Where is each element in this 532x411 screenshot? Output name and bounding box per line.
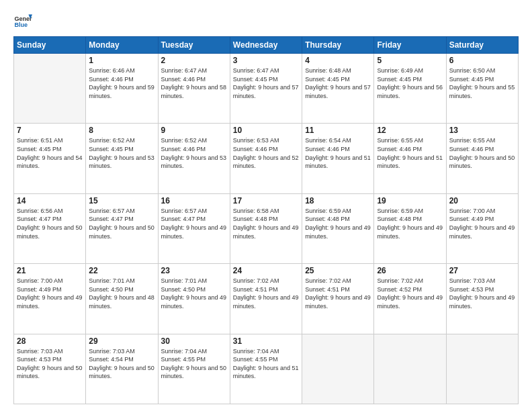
cell-info: Sunrise: 6:59 AM Sunset: 4:48 PM Dayligh… — [305, 207, 371, 240]
day-number: 8 — [89, 126, 154, 135]
day-number: 16 — [161, 196, 227, 205]
calendar-cell: 6 Sunrise: 6:50 AM Sunset: 4:45 PM Dayli… — [446, 54, 518, 124]
day-number: 31 — [233, 336, 299, 346]
day-number: 27 — [449, 266, 515, 275]
day-header-wednesday: Wednesday — [230, 37, 302, 54]
cell-info: Sunrise: 6:59 AM Sunset: 4:48 PM Dayligh… — [377, 207, 443, 240]
day-header-thursday: Thursday — [302, 37, 374, 54]
day-number: 23 — [161, 266, 227, 275]
calendar-cell: 20 Sunrise: 7:00 AM Sunset: 4:49 PM Dayl… — [446, 193, 518, 263]
calendar-cell — [302, 334, 374, 404]
cell-info: Sunrise: 6:52 AM Sunset: 4:46 PM Dayligh… — [161, 136, 227, 170]
day-number: 6 — [449, 56, 515, 65]
calendar-cell: 26 Sunrise: 7:02 AM Sunset: 4:52 PM Dayl… — [374, 264, 446, 334]
cell-info: Sunrise: 6:52 AM Sunset: 4:45 PM Dayligh… — [89, 136, 154, 170]
calendar-week-5: 28 Sunrise: 7:03 AM Sunset: 4:53 PM Dayl… — [14, 334, 519, 404]
day-number: 28 — [17, 336, 83, 346]
day-number: 4 — [305, 56, 371, 65]
calendar-cell: 19 Sunrise: 6:59 AM Sunset: 4:48 PM Dayl… — [374, 193, 446, 263]
calendar-cell: 30 Sunrise: 7:04 AM Sunset: 4:55 PM Dayl… — [158, 334, 230, 404]
calendar-cell: 24 Sunrise: 7:02 AM Sunset: 4:51 PM Dayl… — [230, 264, 302, 334]
day-number: 19 — [377, 196, 443, 205]
day-number: 18 — [305, 196, 371, 205]
cell-info: Sunrise: 7:02 AM Sunset: 4:51 PM Dayligh… — [305, 277, 371, 310]
calendar-cell — [446, 334, 518, 404]
cell-info: Sunrise: 6:55 AM Sunset: 4:46 PM Dayligh… — [377, 136, 443, 170]
calendar-cell: 16 Sunrise: 6:57 AM Sunset: 4:47 PM Dayl… — [158, 193, 230, 263]
calendar-cell: 12 Sunrise: 6:55 AM Sunset: 4:46 PM Dayl… — [374, 124, 446, 193]
calendar-cell — [374, 334, 446, 404]
calendar-cell: 4 Sunrise: 6:48 AM Sunset: 4:45 PM Dayli… — [302, 54, 374, 124]
day-number: 17 — [233, 196, 299, 205]
cell-info: Sunrise: 6:51 AM Sunset: 4:45 PM Dayligh… — [17, 136, 83, 170]
calendar-cell: 2 Sunrise: 6:47 AM Sunset: 4:46 PM Dayli… — [158, 54, 230, 124]
cell-info: Sunrise: 6:54 AM Sunset: 4:46 PM Dayligh… — [305, 136, 371, 170]
day-number: 10 — [233, 126, 299, 135]
generalblue-icon: General Blue — [13, 12, 32, 31]
svg-text:Blue: Blue — [14, 21, 28, 28]
cell-info: Sunrise: 6:48 AM Sunset: 4:45 PM Dayligh… — [305, 66, 371, 100]
cell-info: Sunrise: 7:01 AM Sunset: 4:50 PM Dayligh… — [161, 277, 227, 310]
page: General Blue SundayMondayTuesdayWednesda… — [0, 0, 532, 411]
calendar-cell: 11 Sunrise: 6:54 AM Sunset: 4:46 PM Dayl… — [302, 124, 374, 193]
calendar-table: SundayMondayTuesdayWednesdayThursdayFrid… — [13, 36, 519, 404]
cell-info: Sunrise: 7:03 AM Sunset: 4:53 PM Dayligh… — [17, 347, 83, 381]
calendar-week-3: 14 Sunrise: 6:56 AM Sunset: 4:47 PM Dayl… — [14, 193, 519, 263]
day-number: 2 — [161, 56, 227, 65]
day-number: 22 — [89, 266, 154, 275]
calendar-cell — [14, 54, 86, 124]
cell-info: Sunrise: 6:47 AM Sunset: 4:46 PM Dayligh… — [161, 66, 227, 100]
calendar-cell: 25 Sunrise: 7:02 AM Sunset: 4:51 PM Dayl… — [302, 264, 374, 334]
calendar-week-2: 7 Sunrise: 6:51 AM Sunset: 4:45 PM Dayli… — [14, 124, 519, 193]
cell-info: Sunrise: 6:49 AM Sunset: 4:45 PM Dayligh… — [377, 66, 443, 100]
calendar-week-1: 1 Sunrise: 6:46 AM Sunset: 4:46 PM Dayli… — [14, 54, 519, 124]
day-number: 26 — [377, 266, 443, 275]
cell-info: Sunrise: 7:01 AM Sunset: 4:50 PM Dayligh… — [89, 277, 154, 310]
day-number: 5 — [377, 56, 443, 65]
day-number: 25 — [305, 266, 371, 275]
day-number: 11 — [305, 126, 371, 135]
day-number: 12 — [377, 126, 443, 135]
cell-info: Sunrise: 7:04 AM Sunset: 4:55 PM Dayligh… — [233, 347, 299, 381]
calendar-cell: 17 Sunrise: 6:58 AM Sunset: 4:48 PM Dayl… — [230, 193, 302, 263]
calendar-cell: 28 Sunrise: 7:03 AM Sunset: 4:53 PM Dayl… — [14, 334, 86, 404]
day-number: 21 — [17, 266, 83, 275]
calendar-cell: 14 Sunrise: 6:56 AM Sunset: 4:47 PM Dayl… — [14, 193, 86, 263]
calendar-cell: 7 Sunrise: 6:51 AM Sunset: 4:45 PM Dayli… — [14, 124, 86, 193]
cell-info: Sunrise: 6:53 AM Sunset: 4:46 PM Dayligh… — [233, 136, 299, 170]
header: General Blue — [13, 12, 519, 31]
cell-info: Sunrise: 6:57 AM Sunset: 4:47 PM Dayligh… — [161, 207, 227, 240]
logo: General Blue — [13, 12, 32, 31]
calendar-cell: 3 Sunrise: 6:47 AM Sunset: 4:45 PM Dayli… — [230, 54, 302, 124]
calendar-cell: 9 Sunrise: 6:52 AM Sunset: 4:46 PM Dayli… — [158, 124, 230, 193]
day-number: 3 — [233, 56, 299, 65]
day-number: 24 — [233, 266, 299, 275]
day-number: 29 — [89, 336, 154, 346]
cell-info: Sunrise: 7:00 AM Sunset: 4:49 PM Dayligh… — [17, 277, 83, 310]
calendar-cell: 31 Sunrise: 7:04 AM Sunset: 4:55 PM Dayl… — [230, 334, 302, 404]
day-number: 30 — [161, 336, 227, 346]
day-number: 13 — [449, 126, 515, 135]
cell-info: Sunrise: 6:50 AM Sunset: 4:45 PM Dayligh… — [449, 66, 515, 100]
calendar-cell: 21 Sunrise: 7:00 AM Sunset: 4:49 PM Dayl… — [14, 264, 86, 334]
day-number: 14 — [17, 196, 83, 205]
cell-info: Sunrise: 7:03 AM Sunset: 4:53 PM Dayligh… — [449, 277, 515, 310]
calendar-cell: 8 Sunrise: 6:52 AM Sunset: 4:45 PM Dayli… — [86, 124, 158, 193]
cell-info: Sunrise: 7:02 AM Sunset: 4:52 PM Dayligh… — [377, 277, 443, 310]
day-number: 7 — [17, 126, 83, 135]
day-header-saturday: Saturday — [446, 37, 518, 54]
cell-info: Sunrise: 6:55 AM Sunset: 4:46 PM Dayligh… — [449, 136, 515, 170]
calendar-cell: 10 Sunrise: 6:53 AM Sunset: 4:46 PM Dayl… — [230, 124, 302, 193]
cell-info: Sunrise: 7:03 AM Sunset: 4:54 PM Dayligh… — [89, 347, 154, 381]
cell-info: Sunrise: 7:02 AM Sunset: 4:51 PM Dayligh… — [233, 277, 299, 310]
cell-info: Sunrise: 6:57 AM Sunset: 4:47 PM Dayligh… — [89, 207, 154, 240]
calendar-week-4: 21 Sunrise: 7:00 AM Sunset: 4:49 PM Dayl… — [14, 264, 519, 334]
day-header-sunday: Sunday — [14, 37, 86, 54]
cell-info: Sunrise: 7:04 AM Sunset: 4:55 PM Dayligh… — [161, 347, 227, 381]
calendar-cell: 13 Sunrise: 6:55 AM Sunset: 4:46 PM Dayl… — [446, 124, 518, 193]
calendar-cell: 22 Sunrise: 7:01 AM Sunset: 4:50 PM Dayl… — [86, 264, 158, 334]
cell-info: Sunrise: 6:58 AM Sunset: 4:48 PM Dayligh… — [233, 207, 299, 240]
calendar-cell: 5 Sunrise: 6:49 AM Sunset: 4:45 PM Dayli… — [374, 54, 446, 124]
calendar-cell: 23 Sunrise: 7:01 AM Sunset: 4:50 PM Dayl… — [158, 264, 230, 334]
day-header-monday: Monday — [86, 37, 158, 54]
